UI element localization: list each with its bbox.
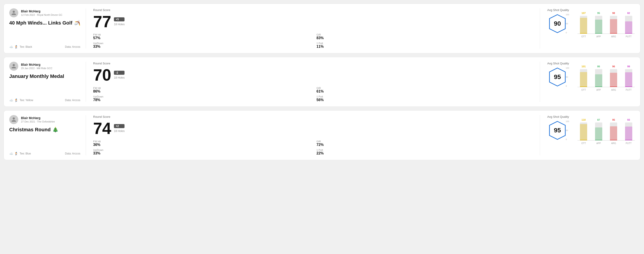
right-section: Avg Shot Quality 95 100 50 0 101 — [540, 62, 635, 102]
hexagon-score: 95 — [554, 73, 561, 81]
oneputt-value: 11% — [316, 45, 532, 49]
score-area: 74 +2 18 Holes — [93, 120, 532, 136]
avatar — [9, 115, 18, 124]
round-score-label: Round Score — [93, 8, 532, 12]
fw-hit-stat: FW Hit 86% — [93, 87, 309, 94]
left-section: Blair McHarg 12 Feb 2022 · Royal North D… — [9, 8, 86, 49]
bar-column-ott: 101 OTT — [578, 65, 590, 87]
bar-column-app: 87 APP — [592, 119, 605, 140]
player-info: Blair McHarg 12 Feb 2022 · Royal North D… — [9, 8, 80, 17]
quality-container: 90 100 50 0 107 OTT — [547, 13, 635, 38]
updown-stat: Up/Down 78% — [93, 95, 309, 102]
tee-label: Tee: Black — [20, 45, 32, 48]
round-title: 40 Mph Winds... Links Golf 🪃 — [9, 20, 80, 26]
avg-quality-label: Avg Shot Quality — [547, 115, 635, 119]
updown-label: Up/Down — [93, 149, 309, 151]
oneputt-stat: 1 Putt 56% — [316, 95, 532, 102]
left-section: Blair McHarg 29 Jan 2022 · Mill Ride GCC… — [9, 62, 86, 102]
player-name: Blair McHarg — [21, 116, 55, 120]
bar-column-arg: 96 ARG — [608, 65, 620, 87]
oneputt-label: 1 Putt — [316, 42, 532, 45]
updown-stat: Up/Down 33% — [93, 42, 309, 49]
tee-info: ☁️ 🏌️ Tee: Blue — [9, 152, 31, 155]
player-meta: 29 Jan 2022 · Mill Ride GCC — [21, 67, 52, 70]
player-info: Blair McHarg 27 Dec 2021 · The Oxfordshi… — [9, 115, 80, 124]
left-section: Blair McHarg 27 Dec 2021 · The Oxfordshi… — [9, 115, 86, 155]
avg-quality-label: Avg Shot Quality — [547, 62, 635, 65]
player-name: Blair McHarg — [21, 63, 52, 66]
bar-column-app: 95 APP — [592, 12, 605, 34]
score-badge-area: +5 18 Holes — [114, 17, 124, 26]
oneputt-label: 1 Putt — [316, 149, 532, 151]
middle-section: Round Score 70 -2 18 Holes FW Hit 86% GI… — [86, 62, 540, 102]
updown-label: Up/Down — [93, 95, 309, 98]
oneputt-value: 56% — [316, 98, 532, 102]
score-diff-badge: -2 — [114, 71, 124, 75]
bar-column-arg: 95 ARG — [608, 119, 620, 140]
player-name: Blair McHarg — [21, 9, 62, 13]
player-meta: 12 Feb 2022 · Royal North Devon GC — [21, 13, 62, 16]
data-source: Data: Arccos — [65, 152, 80, 155]
tee-info: ☁️ 🏌️ Tee: Yellow — [9, 98, 33, 102]
updown-label: Up/Down — [93, 42, 309, 45]
round-card-round2: Blair McHarg 29 Jan 2022 · Mill Ride GCC… — [4, 57, 640, 107]
score-number: 77 — [93, 13, 111, 30]
gir-label: GIR — [316, 140, 532, 143]
data-source: Data: Arccos — [65, 99, 80, 102]
holes-text: 18 Holes — [114, 129, 124, 133]
weather-icon: ☁️ — [9, 45, 13, 49]
round-footer: ☁️ 🏌️ Tee: Yellow Data: Arccos — [9, 98, 80, 102]
middle-section: Round Score 77 +5 18 Holes FW Hit 57% GI… — [86, 8, 540, 49]
fw-hit-value: 86% — [93, 89, 309, 94]
fw-hit-label: FW Hit — [93, 33, 309, 36]
oneputt-label: 1 Putt — [316, 95, 532, 98]
player-info: Blair McHarg 29 Jan 2022 · Mill Ride GCC — [9, 62, 80, 71]
gir-stat: GIR 83% — [316, 33, 532, 40]
gir-value: 83% — [316, 36, 532, 40]
score-number: 74 — [93, 120, 111, 136]
hexagon: 95 — [547, 120, 568, 140]
round-title: January Monthly Medal — [9, 73, 80, 79]
updown-value: 33% — [93, 151, 309, 155]
bar-column-putt: 93 PUTT — [622, 119, 635, 140]
bag-icon: 🏌️ — [14, 98, 18, 102]
hexagon-container: 95 — [547, 67, 568, 87]
fw-hit-stat: FW Hit 36% — [93, 140, 309, 147]
hexagon-score: 90 — [554, 20, 561, 27]
fw-hit-value: 36% — [93, 143, 309, 147]
quality-container: 95 100 50 0 110 OTT — [547, 120, 635, 145]
bag-icon: 🏌️ — [14, 152, 18, 155]
right-section: Avg Shot Quality 90 100 50 0 107 — [540, 8, 635, 49]
score-number: 70 — [93, 67, 111, 83]
round-footer: ☁️ 🏌️ Tee: Blue Data: Arccos — [9, 152, 80, 155]
weather-icon: ☁️ — [9, 98, 13, 102]
round-score-label: Round Score — [93, 62, 532, 65]
round-title: Christmas Round 🎄 — [9, 127, 80, 133]
tee-info: ☁️ 🏌️ Tee: Black — [9, 45, 32, 49]
bar-column-arg: 98 ARG — [608, 12, 620, 34]
score-diff-badge: +2 — [114, 124, 124, 128]
score-badge-area: +2 18 Holes — [114, 124, 124, 133]
updown-value: 33% — [93, 45, 309, 49]
bar-column-ott: 110 OTT — [578, 119, 590, 140]
bar-column-app: 86 APP — [592, 65, 605, 87]
bar-column-putt: 99 PUTT — [622, 65, 635, 87]
holes-text: 18 Holes — [114, 76, 124, 79]
bag-icon: 🏌️ — [14, 45, 18, 49]
hexagon-container: 95 — [547, 120, 568, 140]
fw-hit-value: 57% — [93, 36, 309, 40]
round-card-round3: Blair McHarg 27 Dec 2021 · The Oxfordshi… — [4, 110, 640, 160]
right-section: Avg Shot Quality 95 100 50 0 110 — [540, 115, 635, 155]
score-area: 77 +5 18 Holes — [93, 13, 532, 30]
oneputt-value: 22% — [316, 151, 532, 155]
quality-container: 95 100 50 0 101 OTT — [547, 67, 635, 92]
gir-value: 72% — [316, 143, 532, 147]
score-area: 70 -2 18 Holes — [93, 67, 532, 83]
stats-grid: FW Hit 36% GIR 72% Up/Down 33% 1 Putt 22… — [93, 140, 532, 155]
bar-column-putt: 82 PUTT — [622, 12, 635, 34]
oneputt-stat: 1 Putt 22% — [316, 149, 532, 155]
round-score-label: Round Score — [93, 115, 532, 119]
gir-label: GIR — [316, 87, 532, 89]
avg-quality-label: Avg Shot Quality — [547, 8, 635, 12]
gir-stat: GIR 72% — [316, 140, 532, 147]
